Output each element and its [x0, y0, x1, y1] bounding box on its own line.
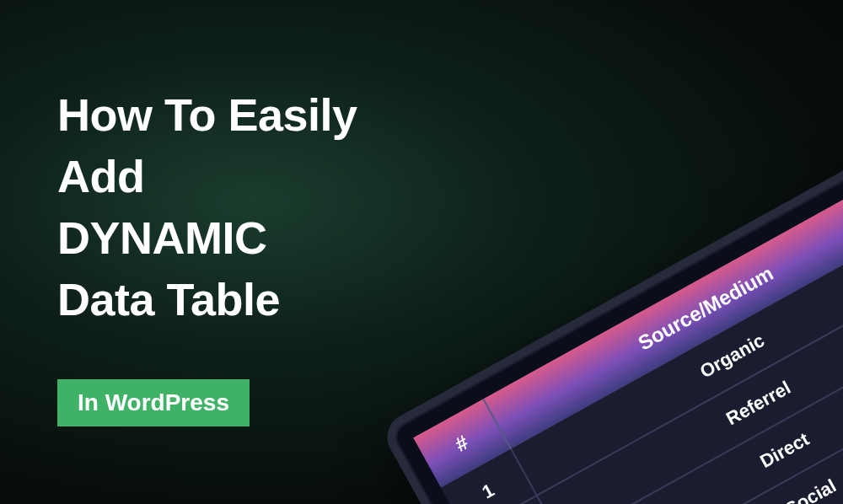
tablet-mockup: # Source/Medium 1 Organic 2 Referrel 3 D… [379, 134, 843, 504]
headline-line-4: Data Table [57, 269, 357, 330]
badge-label: In WordPress [78, 389, 229, 416]
tablet-screen: # Source/Medium 1 Organic 2 Referrel 3 D… [413, 168, 843, 504]
headline-line-1: How To Easily [57, 84, 357, 146]
data-table: # Source/Medium 1 Organic 2 Referrel 3 D… [413, 168, 843, 504]
platform-badge: In WordPress [57, 379, 250, 426]
headline-line-2: Add [57, 146, 357, 207]
headline: How To Easily Add DYNAMIC Data Table [57, 84, 357, 330]
headline-line-3: DYNAMIC [57, 207, 357, 269]
